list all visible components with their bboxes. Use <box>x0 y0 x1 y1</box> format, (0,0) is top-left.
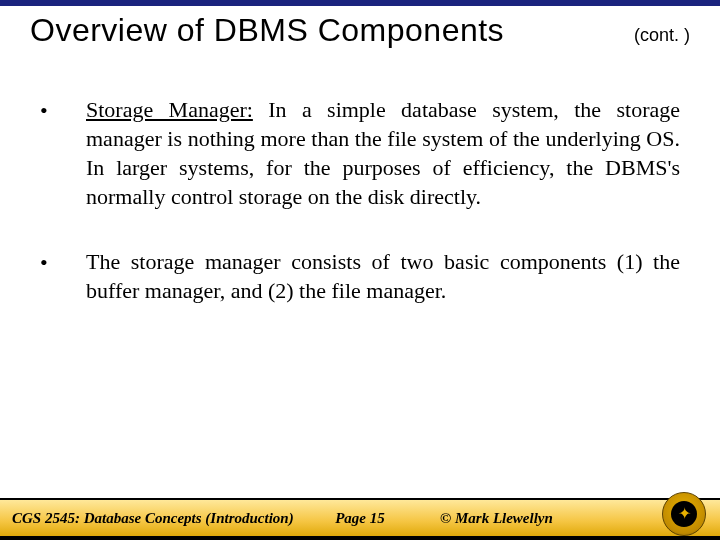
slide-title-suffix: (cont. ) <box>634 25 690 46</box>
top-accent-bar <box>0 0 720 6</box>
bullet-marker: • <box>40 95 86 211</box>
footer-course: CGS 2545: Database Concepts (Introductio… <box>12 510 294 527</box>
footer-page: Page 15 <box>335 510 385 527</box>
bullet-2: • The storage manager consists of two ba… <box>40 247 680 305</box>
footer-bar: CGS 2545: Database Concepts (Introductio… <box>0 500 720 536</box>
footer-rule-bottom <box>0 536 720 540</box>
bullet-1: • Storage Manager: In a simple database … <box>40 95 680 211</box>
footer: CGS 2545: Database Concepts (Introductio… <box>0 498 720 540</box>
bullet-marker: • <box>40 247 86 305</box>
slide-body: • Storage Manager: In a simple database … <box>40 95 680 341</box>
footer-copyright: © Mark Llewellyn <box>440 510 553 527</box>
title-row: Overview of DBMS Components (cont. ) <box>30 12 690 49</box>
bullet-rest: The storage manager consists of two basi… <box>86 249 680 303</box>
seal-icon: ✦ <box>662 492 706 536</box>
bullet-lead-underline: Storage Manager: <box>86 97 253 122</box>
bullet-text: Storage Manager: In a simple database sy… <box>86 95 680 211</box>
bullet-text: The storage manager consists of two basi… <box>86 247 680 305</box>
slide-title: Overview of DBMS Components <box>30 12 504 49</box>
